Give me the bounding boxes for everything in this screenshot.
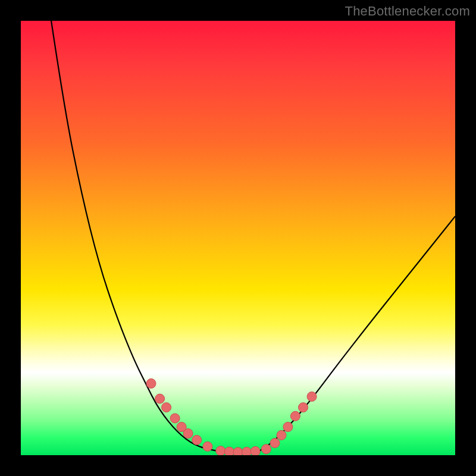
marker-dot xyxy=(183,429,193,439)
marker-dot xyxy=(242,447,252,456)
marker-dot xyxy=(203,441,212,451)
watermark-text: TheBottlenecker.com xyxy=(345,4,470,19)
chart-stage: TheBottlenecker.com xyxy=(0,0,476,476)
chart-overlay xyxy=(21,21,455,455)
marker-dot xyxy=(307,392,317,402)
marker-dot xyxy=(299,403,308,412)
marker-dot xyxy=(290,411,300,421)
marker-dots-group xyxy=(146,379,317,456)
marker-dot xyxy=(250,446,260,455)
marker-dot xyxy=(261,444,271,454)
marker-dot xyxy=(283,422,293,432)
marker-dot xyxy=(233,447,243,455)
marker-dot xyxy=(192,436,202,445)
marker-dot xyxy=(170,414,180,423)
marker-dot xyxy=(146,379,156,389)
marker-dot xyxy=(277,430,286,440)
marker-dot xyxy=(270,439,280,448)
marker-dot xyxy=(162,403,171,412)
marker-dot xyxy=(224,447,234,455)
plot-area xyxy=(21,21,455,455)
v-curve xyxy=(51,21,455,452)
marker-dot xyxy=(216,446,226,455)
marker-dot xyxy=(155,394,165,403)
